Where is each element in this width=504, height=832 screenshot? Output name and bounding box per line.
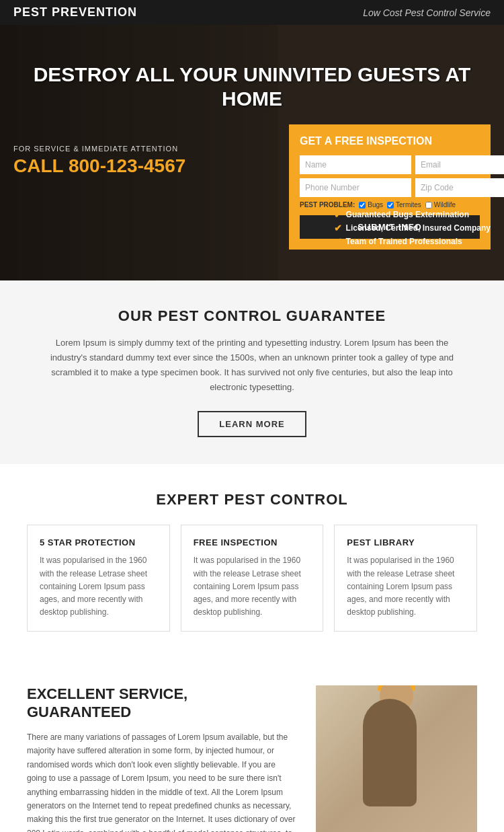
card-3: PEST LIBRARY It was popularised in the 1…: [334, 525, 477, 632]
wildlife-checkbox[interactable]: [425, 202, 432, 209]
hero-checks: ✔ Guaranteed Bugs Extermination ✔ Licens…: [334, 209, 491, 250]
site-header: PEST PREVENTION Low Cost Pest Control Se…: [0, 0, 504, 25]
pest-problem-row: PEST PROBLEM: Bugs Termites Wildlife: [300, 201, 480, 209]
header-tagline: Low Cost Pest Control Service: [363, 7, 491, 18]
card-1: 5 STAR PROTECTION It was popularised in …: [27, 525, 170, 632]
cards-row: 5 STAR PROTECTION It was popularised in …: [27, 525, 477, 632]
card-text-2: It was popularised in the 1960 with the …: [194, 554, 311, 619]
guarantee-text: Lorem Ipsum is simply dummy text of the …: [40, 336, 464, 395]
zip-input[interactable]: [415, 178, 504, 197]
service-left: EXCELLENT SERVICE, GUARANTEED There are …: [27, 685, 296, 832]
hero-content: DESTROY ALL YOUR UNINVITED GUESTS AT HOM…: [0, 42, 504, 263]
service-text: There are many variations of passages of…: [27, 730, 296, 832]
bugs-checkbox[interactable]: [359, 202, 366, 209]
form-title: GET A FREE INSPECTION: [300, 135, 480, 147]
card-2: FREE INSPECTION It was popularised in th…: [181, 525, 324, 632]
service-image: [316, 685, 477, 832]
pest-option-wildlife[interactable]: Wildlife: [425, 201, 456, 209]
termites-label: Termites: [396, 201, 421, 209]
termites-checkbox[interactable]: [387, 202, 394, 209]
pest-label: PEST PROBLEM:: [300, 201, 355, 209]
pest-option-termites[interactable]: Termites: [387, 201, 421, 209]
check-icon-2: ✔: [334, 223, 342, 233]
check-label-1: Guaranteed Bugs Extermination: [346, 210, 469, 219]
check-item-2: ✔ Licensed, Certified, Insured Company: [334, 223, 491, 233]
pest-option-bugs[interactable]: Bugs: [359, 201, 383, 209]
check-item-3: ✔ Team of Trained Professionals: [334, 236, 491, 247]
service-title: EXCELLENT SERVICE, GUARANTEED: [27, 685, 296, 721]
form-row-1: [300, 155, 480, 174]
check-label-2: Licensed, Certified, Insured Company: [346, 223, 491, 233]
wildlife-label: Wildlife: [434, 201, 456, 209]
worker-body: [363, 699, 417, 806]
bugs-label: Bugs: [368, 201, 383, 209]
card-title-3: PEST LIBRARY: [347, 537, 464, 547]
email-input[interactable]: [415, 155, 504, 174]
phone-number[interactable]: 800-123-4567: [69, 155, 185, 176]
phone-input[interactable]: [300, 178, 411, 197]
worker-figure: [363, 699, 430, 820]
name-input[interactable]: [300, 155, 411, 174]
check-icon-3: ✔: [334, 236, 342, 247]
service-section: EXCELLENT SERVICE, GUARANTEED There are …: [0, 658, 504, 832]
hero-left: FOR SERVICE & IMMEDIATE ATTENTION CALL 8…: [13, 124, 276, 177]
form-row-2: [300, 178, 480, 197]
card-title-1: 5 STAR PROTECTION: [40, 537, 157, 547]
service-image-inner: [316, 685, 477, 832]
check-label-3: Team of Trained Professionals: [346, 237, 462, 246]
call-label: CALL: [13, 155, 63, 176]
learn-more-button[interactable]: LEARN MORE: [198, 411, 306, 437]
card-text-1: It was popularised in the 1960 with the …: [40, 554, 157, 619]
check-icon-1: ✔: [334, 209, 342, 220]
expert-section: EXPERT PEST CONTROL 5 STAR PROTECTION It…: [0, 464, 504, 658]
guarantee-section: OUR PEST CONTROL GUARANTEE Lorem Ipsum i…: [0, 280, 504, 464]
hero-title: DESTROY ALL YOUR UNINVITED GUESTS AT HOM…: [13, 63, 491, 111]
hero-phone: CALL 800-123-4567: [13, 155, 276, 177]
card-title-2: FREE INSPECTION: [194, 537, 311, 547]
hero-service-text: FOR SERVICE & IMMEDIATE ATTENTION: [13, 145, 276, 153]
guarantee-title: OUR PEST CONTROL GUARANTEE: [40, 307, 464, 325]
hero-section: DESTROY ALL YOUR UNINVITED GUESTS AT HOM…: [0, 25, 504, 280]
card-text-3: It was popularised in the 1960 with the …: [347, 554, 464, 619]
check-item-1: ✔ Guaranteed Bugs Extermination: [334, 209, 491, 220]
site-logo: PEST PREVENTION: [13, 5, 137, 20]
expert-title: EXPERT PEST CONTROL: [27, 491, 477, 508]
